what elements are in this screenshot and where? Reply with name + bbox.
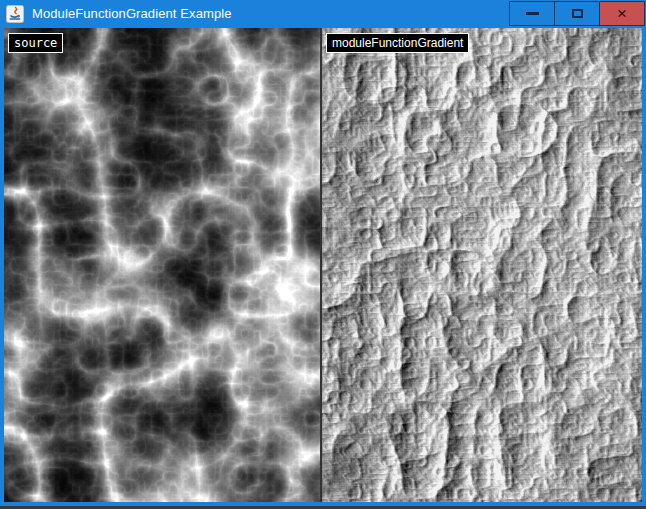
minimize-icon bbox=[526, 12, 539, 15]
app-window: ModuleFunctionGradient Example ✕ source … bbox=[0, 0, 646, 506]
java-coffee-cup-icon bbox=[6, 5, 24, 23]
titlebar[interactable]: ModuleFunctionGradient Example ✕ bbox=[0, 0, 646, 28]
content-area: source moduleFunctionGradient bbox=[4, 28, 642, 502]
module-function-gradient-image bbox=[322, 28, 642, 502]
maximize-icon bbox=[572, 9, 583, 18]
source-label: source bbox=[8, 33, 63, 53]
close-button[interactable]: ✕ bbox=[599, 1, 645, 26]
close-icon: ✕ bbox=[617, 7, 628, 19]
module-function-gradient-label: moduleFunctionGradient bbox=[326, 33, 469, 53]
window-controls: ✕ bbox=[510, 1, 645, 26]
source-noise-image bbox=[4, 28, 320, 502]
maximize-button[interactable] bbox=[554, 1, 600, 26]
window-title: ModuleFunctionGradient Example bbox=[32, 0, 232, 28]
minimize-button[interactable] bbox=[509, 1, 555, 26]
